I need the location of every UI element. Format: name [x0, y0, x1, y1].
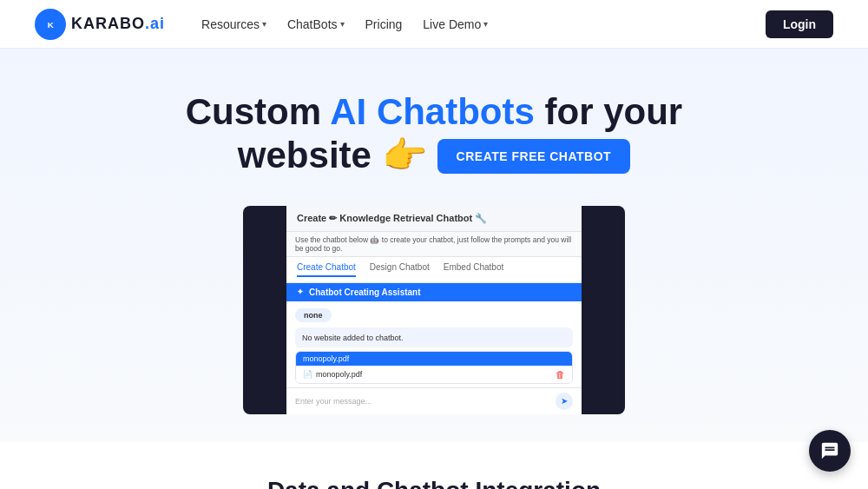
- demo-video-container: Create ✏ Knowledge Retrieval Chatbot 🔧 U…: [243, 206, 625, 414]
- send-button[interactable]: ➤: [556, 393, 573, 410]
- chat-input-bar: Enter your message... ➤: [286, 387, 582, 414]
- demo-header: Create ✏ Knowledge Retrieval Chatbot 🔧: [286, 206, 582, 232]
- integration-section: Data and Chatbot Integration Convenient …: [0, 442, 868, 489]
- logo[interactable]: K KARABO.ai: [35, 9, 165, 40]
- nav-chatbots[interactable]: ChatBots ▾: [279, 12, 353, 36]
- integration-title: Data and Chatbot Integration: [267, 477, 601, 489]
- navbar-left: K KARABO.ai Resources ▾ ChatBots ▾ Prici…: [35, 9, 496, 40]
- svg-text:K: K: [48, 19, 54, 29]
- hero-title-line2: website 👉: [238, 134, 427, 177]
- chevron-down-icon: ▾: [262, 19, 266, 29]
- nav-live-demo[interactable]: Live Demo ▾: [414, 12, 496, 36]
- file-upload-header: monopoly.pdf: [296, 352, 572, 366]
- file-icon: 📄: [303, 370, 312, 379]
- chevron-down-icon: ▾: [340, 19, 345, 29]
- tab-embed-chatbot[interactable]: Embed Chatbot: [444, 262, 504, 277]
- navbar: K KARABO.ai Resources ▾ ChatBots ▾ Prici…: [0, 0, 868, 49]
- hero-title-highlight: AI Chatbots: [330, 91, 535, 132]
- tab-design-chatbot[interactable]: Design Chatbot: [370, 262, 430, 277]
- file-upload-area: monopoly.pdf 📄 monopoly.pdf 🗑: [295, 351, 573, 384]
- chat-pill: none: [295, 308, 332, 322]
- hero-title: Custom AI Chatbots for your website 👉 CR…: [186, 90, 682, 178]
- create-chatbot-button[interactable]: CREATE FREE CHATBOT: [437, 139, 631, 174]
- nav-links: Resources ▾ ChatBots ▾ Pricing Live Demo…: [193, 12, 496, 36]
- chat-messages: none No website added to chatbot. Now fo…: [286, 301, 582, 347]
- logo-icon: K: [35, 9, 66, 40]
- logo-brand-text: KARABO.ai: [71, 15, 165, 33]
- demo-interface: Create ✏ Knowledge Retrieval Chatbot 🔧 U…: [286, 206, 582, 414]
- hero-section: Custom AI Chatbots for your website 👉 CR…: [0, 49, 868, 442]
- chat-message-1: No website added to chatbot.: [295, 327, 573, 347]
- delete-file-button[interactable]: 🗑: [556, 369, 565, 380]
- file-item: 📄 monopoly.pdf: [303, 370, 362, 379]
- assistant-bar: Chatbot Creating Assistant: [286, 283, 582, 301]
- chevron-down-icon: ▾: [483, 19, 488, 29]
- tab-create-chatbot[interactable]: Create Chatbot: [297, 262, 356, 277]
- nav-resources[interactable]: Resources ▾: [193, 12, 275, 36]
- hero-title-suffix: for your: [535, 91, 682, 132]
- file-upload-row: 📄 monopoly.pdf 🗑: [296, 366, 572, 383]
- hero-title-prefix: Custom: [186, 91, 330, 132]
- demo-tabs: Create Chatbot Design Chatbot Embed Chat…: [286, 257, 582, 283]
- login-button[interactable]: Login: [766, 10, 833, 38]
- demo-subheader: Use the chatbot below 🤖 to create your c…: [286, 232, 582, 257]
- chat-support-button[interactable]: [809, 430, 851, 472]
- nav-pricing[interactable]: Pricing: [357, 12, 411, 36]
- chat-input-placeholder: Enter your message...: [295, 397, 372, 406]
